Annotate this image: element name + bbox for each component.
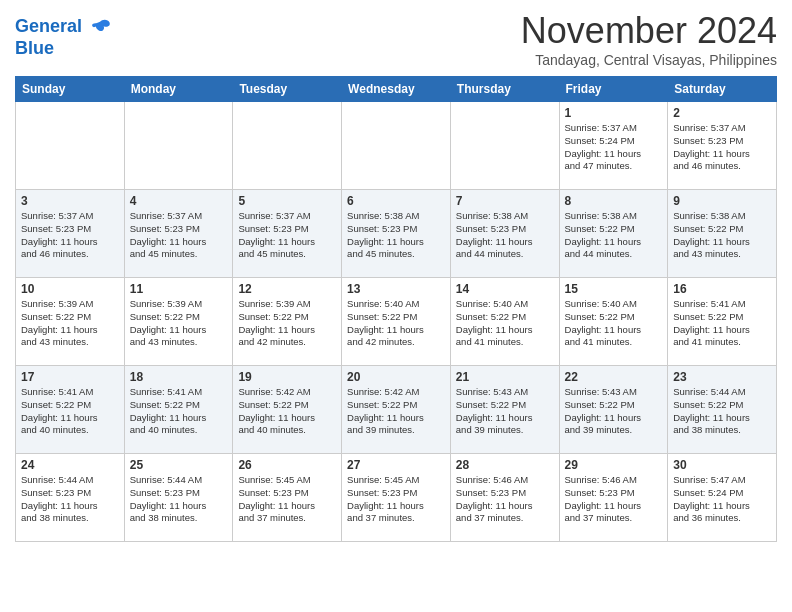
day-number: 14 xyxy=(456,282,554,296)
table-row: 2Sunrise: 5:37 AM Sunset: 5:23 PM Daylig… xyxy=(668,102,777,190)
table-row: 20Sunrise: 5:42 AM Sunset: 5:22 PM Dayli… xyxy=(342,366,451,454)
table-row: 23Sunrise: 5:44 AM Sunset: 5:22 PM Dayli… xyxy=(668,366,777,454)
day-info: Sunrise: 5:39 AM Sunset: 5:22 PM Dayligh… xyxy=(21,298,119,349)
day-info: Sunrise: 5:41 AM Sunset: 5:22 PM Dayligh… xyxy=(130,386,228,437)
day-number: 21 xyxy=(456,370,554,384)
table-row: 10Sunrise: 5:39 AM Sunset: 5:22 PM Dayli… xyxy=(16,278,125,366)
col-monday: Monday xyxy=(124,77,233,102)
day-info: Sunrise: 5:39 AM Sunset: 5:22 PM Dayligh… xyxy=(130,298,228,349)
day-info: Sunrise: 5:45 AM Sunset: 5:23 PM Dayligh… xyxy=(238,474,336,525)
table-row: 8Sunrise: 5:38 AM Sunset: 5:22 PM Daylig… xyxy=(559,190,668,278)
day-number: 20 xyxy=(347,370,445,384)
table-row: 15Sunrise: 5:40 AM Sunset: 5:22 PM Dayli… xyxy=(559,278,668,366)
table-row xyxy=(233,102,342,190)
day-info: Sunrise: 5:38 AM Sunset: 5:22 PM Dayligh… xyxy=(565,210,663,261)
title-block: November 2024 Tandayag, Central Visayas,… xyxy=(521,10,777,68)
logo-blue-text: Blue xyxy=(15,38,111,60)
day-number: 16 xyxy=(673,282,771,296)
day-info: Sunrise: 5:37 AM Sunset: 5:24 PM Dayligh… xyxy=(565,122,663,173)
day-number: 28 xyxy=(456,458,554,472)
day-number: 23 xyxy=(673,370,771,384)
col-saturday: Saturday xyxy=(668,77,777,102)
day-number: 10 xyxy=(21,282,119,296)
day-info: Sunrise: 5:41 AM Sunset: 5:22 PM Dayligh… xyxy=(21,386,119,437)
table-row: 5Sunrise: 5:37 AM Sunset: 5:23 PM Daylig… xyxy=(233,190,342,278)
calendar-week-row: 3Sunrise: 5:37 AM Sunset: 5:23 PM Daylig… xyxy=(16,190,777,278)
table-row: 12Sunrise: 5:39 AM Sunset: 5:22 PM Dayli… xyxy=(233,278,342,366)
day-number: 18 xyxy=(130,370,228,384)
day-info: Sunrise: 5:46 AM Sunset: 5:23 PM Dayligh… xyxy=(565,474,663,525)
table-row xyxy=(124,102,233,190)
table-row: 28Sunrise: 5:46 AM Sunset: 5:23 PM Dayli… xyxy=(450,454,559,542)
table-row xyxy=(16,102,125,190)
day-info: Sunrise: 5:37 AM Sunset: 5:23 PM Dayligh… xyxy=(130,210,228,261)
day-info: Sunrise: 5:40 AM Sunset: 5:22 PM Dayligh… xyxy=(347,298,445,349)
day-info: Sunrise: 5:37 AM Sunset: 5:23 PM Dayligh… xyxy=(21,210,119,261)
day-number: 30 xyxy=(673,458,771,472)
table-row: 3Sunrise: 5:37 AM Sunset: 5:23 PM Daylig… xyxy=(16,190,125,278)
day-number: 24 xyxy=(21,458,119,472)
day-info: Sunrise: 5:47 AM Sunset: 5:24 PM Dayligh… xyxy=(673,474,771,525)
day-number: 2 xyxy=(673,106,771,120)
table-row: 19Sunrise: 5:42 AM Sunset: 5:22 PM Dayli… xyxy=(233,366,342,454)
day-number: 11 xyxy=(130,282,228,296)
calendar-week-row: 17Sunrise: 5:41 AM Sunset: 5:22 PM Dayli… xyxy=(16,366,777,454)
table-row: 25Sunrise: 5:44 AM Sunset: 5:23 PM Dayli… xyxy=(124,454,233,542)
table-row: 13Sunrise: 5:40 AM Sunset: 5:22 PM Dayli… xyxy=(342,278,451,366)
calendar-table: Sunday Monday Tuesday Wednesday Thursday… xyxy=(15,76,777,542)
day-number: 6 xyxy=(347,194,445,208)
col-wednesday: Wednesday xyxy=(342,77,451,102)
table-row: 26Sunrise: 5:45 AM Sunset: 5:23 PM Dayli… xyxy=(233,454,342,542)
day-number: 12 xyxy=(238,282,336,296)
day-number: 19 xyxy=(238,370,336,384)
day-info: Sunrise: 5:38 AM Sunset: 5:22 PM Dayligh… xyxy=(673,210,771,261)
col-friday: Friday xyxy=(559,77,668,102)
day-number: 27 xyxy=(347,458,445,472)
table-row: 18Sunrise: 5:41 AM Sunset: 5:22 PM Dayli… xyxy=(124,366,233,454)
logo-text: General xyxy=(15,16,111,38)
page-header: General Blue November 2024 Tandayag, Cen… xyxy=(15,10,777,68)
table-row xyxy=(342,102,451,190)
location: Tandayag, Central Visayas, Philippines xyxy=(521,52,777,68)
day-number: 29 xyxy=(565,458,663,472)
table-row: 16Sunrise: 5:41 AM Sunset: 5:22 PM Dayli… xyxy=(668,278,777,366)
day-info: Sunrise: 5:43 AM Sunset: 5:22 PM Dayligh… xyxy=(456,386,554,437)
day-info: Sunrise: 5:44 AM Sunset: 5:23 PM Dayligh… xyxy=(130,474,228,525)
day-number: 26 xyxy=(238,458,336,472)
col-tuesday: Tuesday xyxy=(233,77,342,102)
day-number: 1 xyxy=(565,106,663,120)
table-row: 1Sunrise: 5:37 AM Sunset: 5:24 PM Daylig… xyxy=(559,102,668,190)
col-thursday: Thursday xyxy=(450,77,559,102)
day-number: 3 xyxy=(21,194,119,208)
day-number: 5 xyxy=(238,194,336,208)
table-row: 17Sunrise: 5:41 AM Sunset: 5:22 PM Dayli… xyxy=(16,366,125,454)
table-row: 29Sunrise: 5:46 AM Sunset: 5:23 PM Dayli… xyxy=(559,454,668,542)
day-number: 4 xyxy=(130,194,228,208)
calendar-week-row: 24Sunrise: 5:44 AM Sunset: 5:23 PM Dayli… xyxy=(16,454,777,542)
table-row: 21Sunrise: 5:43 AM Sunset: 5:22 PM Dayli… xyxy=(450,366,559,454)
day-info: Sunrise: 5:39 AM Sunset: 5:22 PM Dayligh… xyxy=(238,298,336,349)
day-number: 8 xyxy=(565,194,663,208)
day-info: Sunrise: 5:44 AM Sunset: 5:22 PM Dayligh… xyxy=(673,386,771,437)
calendar-week-row: 1Sunrise: 5:37 AM Sunset: 5:24 PM Daylig… xyxy=(16,102,777,190)
day-number: 15 xyxy=(565,282,663,296)
table-row: 24Sunrise: 5:44 AM Sunset: 5:23 PM Dayli… xyxy=(16,454,125,542)
table-row: 14Sunrise: 5:40 AM Sunset: 5:22 PM Dayli… xyxy=(450,278,559,366)
day-info: Sunrise: 5:44 AM Sunset: 5:23 PM Dayligh… xyxy=(21,474,119,525)
logo: General Blue xyxy=(15,16,111,59)
day-info: Sunrise: 5:38 AM Sunset: 5:23 PM Dayligh… xyxy=(347,210,445,261)
day-info: Sunrise: 5:42 AM Sunset: 5:22 PM Dayligh… xyxy=(238,386,336,437)
day-info: Sunrise: 5:41 AM Sunset: 5:22 PM Dayligh… xyxy=(673,298,771,349)
day-number: 13 xyxy=(347,282,445,296)
table-row: 22Sunrise: 5:43 AM Sunset: 5:22 PM Dayli… xyxy=(559,366,668,454)
table-row: 11Sunrise: 5:39 AM Sunset: 5:22 PM Dayli… xyxy=(124,278,233,366)
month-title: November 2024 xyxy=(521,10,777,52)
calendar-header-row: Sunday Monday Tuesday Wednesday Thursday… xyxy=(16,77,777,102)
day-number: 25 xyxy=(130,458,228,472)
table-row: 30Sunrise: 5:47 AM Sunset: 5:24 PM Dayli… xyxy=(668,454,777,542)
table-row xyxy=(450,102,559,190)
day-info: Sunrise: 5:38 AM Sunset: 5:23 PM Dayligh… xyxy=(456,210,554,261)
day-number: 22 xyxy=(565,370,663,384)
calendar-week-row: 10Sunrise: 5:39 AM Sunset: 5:22 PM Dayli… xyxy=(16,278,777,366)
table-row: 7Sunrise: 5:38 AM Sunset: 5:23 PM Daylig… xyxy=(450,190,559,278)
